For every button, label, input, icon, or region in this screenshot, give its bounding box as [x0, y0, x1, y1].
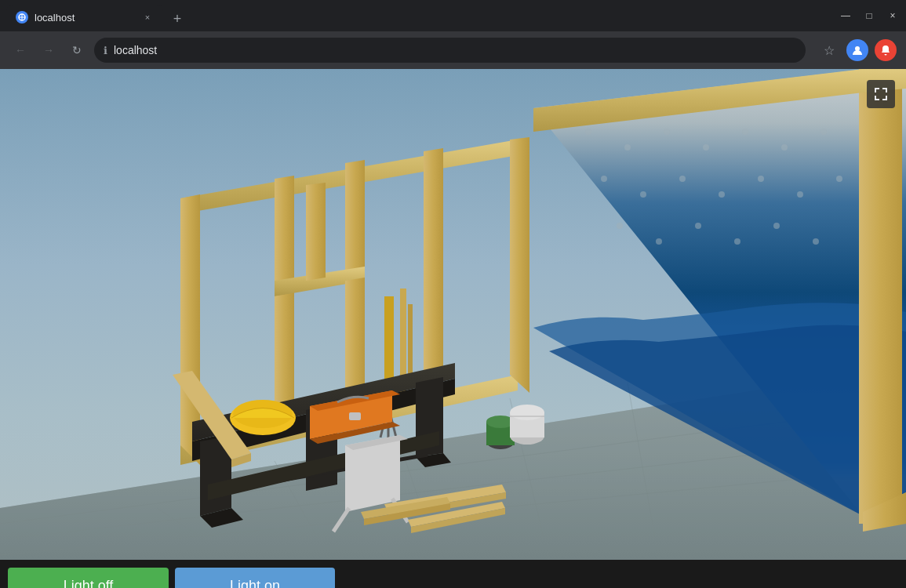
svg-point-25: [679, 176, 686, 182]
svg-point-17: [624, 144, 631, 151]
svg-point-19: [703, 144, 709, 151]
svg-point-26: [719, 191, 725, 198]
tab-close-button[interactable]: ×: [141, 11, 154, 24]
svg-point-35: [813, 238, 819, 245]
tab-title: localhost: [35, 12, 135, 24]
tab-favicon: [16, 11, 28, 24]
close-button[interactable]: ×: [886, 9, 900, 23]
svg-marker-42: [510, 137, 529, 393]
scene-viewport: [0, 69, 906, 560]
svg-point-18: [664, 129, 670, 135]
svg-rect-50: [384, 296, 394, 383]
profile-button[interactable]: [846, 39, 868, 61]
scene-svg: [0, 69, 906, 560]
svg-point-22: [820, 129, 827, 135]
svg-point-21: [781, 144, 788, 151]
new-tab-button[interactable]: +: [166, 8, 188, 30]
svg-marker-45: [424, 148, 443, 398]
svg-point-31: [656, 238, 662, 245]
svg-point-29: [836, 176, 842, 182]
bookmark-button[interactable]: ☆: [818, 39, 840, 61]
window-controls: — □ ×: [839, 9, 900, 23]
svg-point-33: [734, 238, 740, 245]
svg-point-32: [695, 223, 701, 229]
svg-point-23: [601, 176, 607, 182]
svg-point-81: [510, 405, 544, 420]
svg-marker-49: [306, 183, 326, 281]
svg-point-30: [617, 223, 623, 229]
svg-point-28: [797, 191, 803, 198]
forward-button[interactable]: →: [38, 39, 60, 61]
lock-icon: ℹ: [104, 45, 107, 56]
svg-rect-71: [349, 412, 361, 420]
svg-rect-56: [408, 304, 413, 383]
minimize-button[interactable]: —: [839, 9, 853, 23]
url-input[interactable]: ℹ localhost: [94, 38, 806, 63]
maximize-button[interactable]: □: [862, 9, 876, 23]
svg-point-16: [585, 129, 591, 135]
address-bar: ← → ↻ ℹ localhost ☆: [0, 31, 906, 69]
light-off-button[interactable]: Light off: [8, 568, 169, 588]
svg-point-20: [742, 129, 748, 135]
svg-rect-36: [859, 69, 902, 524]
svg-point-24: [640, 191, 646, 198]
svg-point-34: [773, 223, 780, 229]
address-bar-actions: ☆: [818, 39, 897, 61]
fullscreen-button[interactable]: [867, 80, 895, 108]
notification-button[interactable]: [875, 39, 897, 61]
back-button[interactable]: ←: [9, 39, 31, 61]
url-text: localhost: [114, 44, 157, 56]
svg-point-27: [758, 176, 764, 182]
refresh-button[interactable]: ↻: [66, 39, 88, 61]
browser-tab[interactable]: localhost ×: [6, 5, 163, 30]
light-on-button[interactable]: Light on: [175, 568, 335, 588]
fullscreen-icon: [873, 86, 889, 102]
title-bar: localhost × + — □ ×: [0, 0, 906, 31]
controls-area: Light off Light on: [0, 560, 906, 588]
